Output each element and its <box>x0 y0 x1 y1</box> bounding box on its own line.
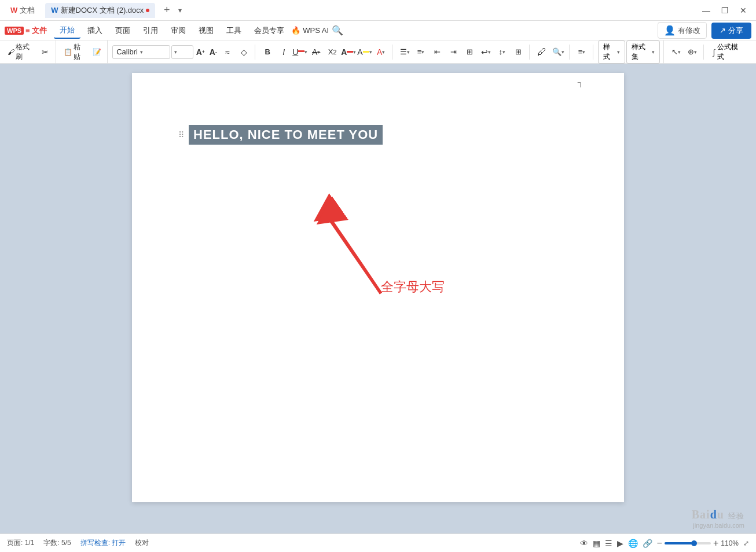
zoom-out-button[interactable]: − <box>657 538 662 549</box>
font-name-selector[interactable]: Calibri ▾ <box>112 45 170 59</box>
selected-text[interactable]: HELLO, NICE TO MEET YOU <box>189 125 383 145</box>
has-modify-label: 有修改 <box>678 25 700 36</box>
clear-format-button[interactable]: ◇ <box>236 45 251 60</box>
font-color-arrow: ▾ <box>353 49 356 55</box>
subscript-button[interactable]: X2 <box>325 45 340 60</box>
undo-arrow: ▾ <box>488 49 491 55</box>
proofread-label[interactable]: 校对 <box>135 538 149 548</box>
drag-handle-icon: ⠿ <box>178 130 183 139</box>
format-brush-button[interactable]: 🖌 格式刷 <box>5 41 37 64</box>
file-menu[interactable]: ≡ 文件 <box>25 25 47 36</box>
increase-font-button[interactable]: A+ <box>194 46 206 58</box>
adjust-font-button[interactable]: ≈ <box>220 45 235 60</box>
highlight-A: A <box>357 47 362 57</box>
tab-document1[interactable]: W 文档 <box>5 3 41 18</box>
add-tab-button[interactable]: + <box>160 3 174 17</box>
numbered-arrow: ▾ <box>421 49 424 55</box>
special-button[interactable]: ⊕▾ <box>685 45 700 60</box>
search-arrow: ▾ <box>562 49 564 55</box>
toolbar-row1: 🖌 格式刷 ✂ 📋 粘贴 📝 Calibri ▾ ▾ A+ A- ≈ ◇ B I… <box>0 41 756 64</box>
formula-group: ∫ 公式模式 <box>709 41 750 64</box>
tab-dropdown[interactable]: ▾ <box>178 6 182 14</box>
layout-icon[interactable]: ▦ <box>593 539 600 548</box>
bold-button[interactable]: B <box>260 45 275 60</box>
underline-label: U <box>292 47 298 57</box>
font-size-selector[interactable]: ▾ <box>171 45 193 59</box>
eye-icon[interactable]: 👁 <box>580 539 588 548</box>
wps-icon: W <box>10 6 17 14</box>
close-button[interactable]: ✕ <box>735 2 751 19</box>
zoom-level: 110% <box>721 539 739 547</box>
menu-page[interactable]: 页面 <box>109 23 136 38</box>
copy-format-button[interactable]: 📝 <box>90 45 104 60</box>
line-spacing-button[interactable]: ↕▾ <box>494 45 509 60</box>
search-button[interactable]: 🔍 <box>330 23 345 38</box>
titlebar-left: W 文档 W 新建DOCX 文档 (2).docx + ▾ <box>5 3 698 18</box>
menu-tabs: 开始 插入 页面 引用 审阅 视图 工具 会员专享 🔥 WPS AI 🔍 <box>54 23 658 39</box>
menu-review[interactable]: 审阅 <box>165 23 192 38</box>
formula-mode-button[interactable]: ∫ 公式模式 <box>709 41 747 64</box>
highlight-button[interactable]: A ▾ <box>357 45 372 60</box>
menu-view[interactable]: 视图 <box>193 23 219 38</box>
multicolumn-button[interactable]: ⊞ <box>462 45 477 60</box>
italic-button[interactable]: I <box>276 45 291 60</box>
zoom-slider[interactable] <box>665 542 711 544</box>
scissors-button[interactable]: ✂ <box>38 45 52 60</box>
font-group: Calibri ▾ ▾ A+ A- ≈ ◇ <box>112 45 255 60</box>
bullet-list-button[interactable]: ☰▾ <box>397 45 412 60</box>
font-name-arrow: ▾ <box>140 49 143 55</box>
link-icon[interactable]: 🔗 <box>643 539 652 548</box>
share-button[interactable]: ↗ 分享 <box>711 23 751 39</box>
menu-reference[interactable]: 引用 <box>137 23 164 38</box>
menu-start[interactable]: 开始 <box>54 23 80 39</box>
search-replace-button[interactable]: 🔍▾ <box>551 45 566 60</box>
strikethrough-button[interactable]: A▾ <box>309 45 324 60</box>
text-shadow-button[interactable]: A ▾ <box>373 45 388 60</box>
decrease-font-button[interactable]: A- <box>207 46 219 58</box>
zoom-slider-thumb <box>691 540 697 546</box>
page-info: 页面: 1/1 <box>7 538 34 548</box>
cursor-button[interactable]: ↖▾ <box>669 45 684 60</box>
text-direction-button[interactable]: ≡▾ <box>574 45 589 60</box>
indent-button[interactable]: ⇥ <box>446 45 461 60</box>
paint-group: 🖊 🔍▾ <box>534 45 570 60</box>
globe-icon[interactable]: 🌐 <box>628 539 638 548</box>
minimize-button[interactable]: — <box>698 2 714 19</box>
wps-ai-label: WPS AI <box>303 26 329 35</box>
share-label: 分享 <box>728 25 743 36</box>
baidu-logo: Baidu 经验 <box>692 507 744 522</box>
outline-icon[interactable]: ☰ <box>605 539 612 548</box>
avatar-icon: 👤 <box>664 25 676 36</box>
cursor-group: ↖▾ ⊕▾ <box>669 45 704 60</box>
play-icon[interactable]: ▶ <box>617 539 623 548</box>
strike-arrow: ▾ <box>317 49 320 55</box>
style-set-dropdown[interactable]: 样式集 ▾ <box>626 41 660 64</box>
expand-button[interactable]: ⤢ <box>743 539 749 547</box>
font-color-button[interactable]: A ▾ <box>341 45 356 60</box>
table-button[interactable]: ⊞ <box>511 45 526 60</box>
style-dropdown[interactable]: 样式 ▾ <box>598 41 625 64</box>
restore-button[interactable]: ❐ <box>717 2 733 19</box>
style-label: 样式 <box>603 42 615 62</box>
underline-arrow: ▾ <box>304 49 307 55</box>
style-group: 样式 ▾ 样式集 ▾ <box>598 41 664 64</box>
spell-check[interactable]: 拼写检查: 打开 <box>80 538 126 548</box>
direction-arrow: ▾ <box>582 49 585 55</box>
outdent-button[interactable]: ⇤ <box>430 45 445 60</box>
underline-button[interactable]: U ▾ <box>292 45 307 60</box>
menu-vip[interactable]: 会员专享 <box>248 23 290 38</box>
wps-ai-button[interactable]: 🔥 WPS AI <box>291 26 329 35</box>
paste-button[interactable]: 📋 粘贴 <box>61 41 89 64</box>
tab-document2[interactable]: W 新建DOCX 文档 (2).docx <box>45 3 155 18</box>
style-set-arrow: ▾ <box>652 49 655 55</box>
numbered-list-button[interactable]: ≡▾ <box>413 45 428 60</box>
baidu-url: jingyan.baidu.com <box>693 522 744 529</box>
undo-button[interactable]: ↩▾ <box>478 45 493 60</box>
style-arrow: ▾ <box>617 49 620 55</box>
zoom-in-button[interactable]: + <box>713 538 718 549</box>
document-paragraph[interactable]: ⠿ HELLO, NICE TO MEET YOU <box>178 125 578 145</box>
menu-tools[interactable]: 工具 <box>221 23 247 38</box>
paint-bucket-button[interactable]: 🖊 <box>534 45 549 60</box>
menu-insert[interactable]: 插入 <box>82 23 108 38</box>
has-modify-button[interactable]: 👤 有修改 <box>658 22 707 39</box>
